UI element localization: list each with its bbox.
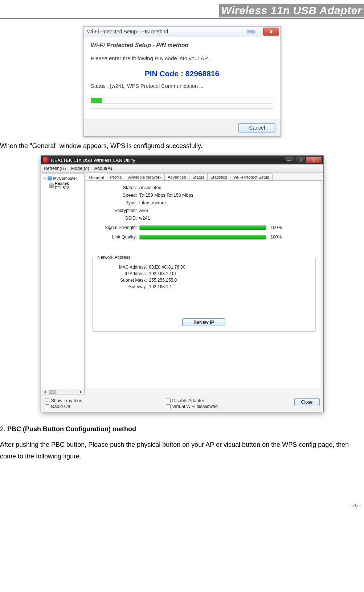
label-encryption: Encryption: [92, 208, 139, 213]
row-ip: IP Address: 192.168.1.101 [98, 271, 310, 276]
device-tree: ⊟ MyComputer Realtek RTL818 ◄ ► [42, 173, 85, 395]
menu-about[interactable]: About(A) [94, 166, 112, 171]
tab-profile[interactable]: Profile [107, 173, 125, 180]
content-pane: General Profile Available Network Advanc… [85, 173, 323, 396]
dialog-title-text: Wi-Fi Protected Setup - PIN method [85, 27, 247, 36]
label-type: Type: [92, 200, 139, 205]
utility-body: ⊟ MyComputer Realtek RTL818 ◄ ► General [41, 173, 323, 396]
label-ip: IP Address: [98, 271, 149, 276]
section-2-heading: 2. PBC (Push Button Configuration) metho… [0, 423, 364, 435]
chk-radio-off[interactable]: Radio Off [45, 404, 166, 409]
body-paragraph-1: When the "General" window appears, WPS i… [0, 140, 364, 152]
menu-refresh[interactable]: Refresh(R) [44, 166, 66, 171]
window-buttons: — ☐ X [284, 157, 322, 163]
utility-window: REALTEK 11n USB Wireless LAN Utility — ☐… [41, 155, 324, 412]
maximize-button[interactable]: ☐ [295, 157, 305, 163]
row-ssid: SSID: w241 [92, 216, 316, 221]
tab-status[interactable]: Status [189, 173, 208, 180]
value-status: Associated [139, 185, 316, 190]
app-icon [43, 157, 49, 163]
checkbox-icon[interactable] [166, 399, 171, 403]
dialog-footer: Cancel [83, 119, 281, 136]
chk-disable-adapter[interactable]: Disable Adapter [166, 398, 287, 403]
dialog-subtitle: Wi-Fi Protected Setup - PIN method [91, 42, 273, 49]
row-mac: MAC Address: 00:E0:4C:81:76:00 [98, 265, 310, 270]
chk-show-tray[interactable]: ✓ Show Tray Icon [45, 398, 166, 403]
label-speed: Speed: [92, 193, 139, 198]
tab-content-general: Status: Associated Speed: Tx:150 Mbps Rx… [86, 180, 322, 388]
scroll-left-icon[interactable]: ◄ [42, 390, 48, 394]
tab-general[interactable]: General [86, 174, 107, 181]
progress-bar-secondary [91, 106, 273, 109]
network-address-title: Network Address: [96, 255, 133, 260]
label-show-tray: Show Tray Icon [51, 398, 82, 403]
cancel-button[interactable]: Cancel [238, 123, 275, 132]
row-encryption: Encryption: AES [92, 208, 316, 213]
menu-bar: Refresh(R) Mode(M) About(A) [41, 164, 323, 173]
label-gateway: Gateway: [98, 284, 149, 289]
tree-child-label: Realtek RTL818 [55, 181, 83, 190]
header-divider [0, 18, 364, 19]
value-ip: 192.168.1.101 [149, 271, 177, 276]
background-blur: PIN [247, 29, 263, 34]
checkbox-checked-icon[interactable]: ✓ [45, 399, 49, 403]
tree-root[interactable]: ⊟ MyComputer [43, 175, 83, 181]
tab-wps[interactable]: Wi-Fi Protect Setup [230, 173, 273, 180]
tab-statistics[interactable]: Statistics [207, 173, 230, 180]
label-subnet: Subnet Mask: [98, 278, 149, 283]
row-type: Type: Infrastructure [92, 200, 316, 205]
tab-available-network[interactable]: Available Network [125, 173, 165, 180]
label-ssid: SSID: [92, 216, 139, 221]
dialog-instruction: Please enter the following PIN code into… [91, 55, 273, 61]
value-subnet: 255.255.255.0 [149, 278, 177, 283]
label-radio-off: Radio Off [51, 404, 70, 409]
adapter-icon [49, 183, 54, 188]
status-text: Status : [w241] WPS Protocol Communicati… [91, 83, 273, 89]
close-icon: X [270, 29, 273, 34]
checkbox-icon[interactable] [166, 404, 171, 409]
value-ssid: w241 [139, 216, 316, 221]
window-close-button[interactable]: X [306, 157, 322, 163]
link-bar-fill [140, 235, 266, 239]
row-status: Status: Associated [92, 185, 316, 190]
scroll-right-icon[interactable]: ► [78, 390, 84, 394]
tab-advanced[interactable]: Advanced [164, 173, 189, 180]
signal-bar-fill [140, 226, 266, 230]
signal-percent: 100% [271, 225, 282, 230]
value-encryption: AES [139, 208, 316, 213]
bottom-left-group: ✓ Show Tray Icon Radio Off [45, 398, 166, 410]
close-button[interactable]: Close [294, 398, 320, 406]
row-speed: Speed: Tx:150 Mbps Rx:150 Mbps [92, 193, 316, 198]
value-mac: 00:E0:4C:81:76:00 [149, 265, 185, 270]
chk-virtual-wifi[interactable]: Virtual WiFi disallowed [166, 404, 287, 409]
scroll-thumb[interactable] [49, 390, 56, 394]
minimize-button[interactable]: — [284, 157, 294, 163]
tab-strip: General Profile Available Network Advanc… [86, 173, 322, 180]
checkbox-icon[interactable] [45, 404, 49, 409]
network-address-group: Network Address: MAC Address: 00:E0:4C:8… [92, 258, 316, 332]
section-2-number: 2. [0, 425, 7, 433]
utility-title-text: REALTEK 11n USB Wireless LAN Utility [51, 158, 284, 163]
menu-mode[interactable]: Mode(M) [71, 166, 89, 171]
value-gateway: 192.168.1.1 [149, 284, 172, 289]
label-signal: Signal Strength: [92, 225, 139, 230]
close-button[interactable]: X [263, 28, 279, 36]
computer-icon [48, 176, 52, 180]
value-type: Infrastructure [139, 200, 316, 205]
row-subnet: Subnet Mask: 255.255.255.0 [98, 278, 310, 283]
tree-scrollbar[interactable]: ◄ ► [42, 389, 84, 395]
value-speed: Tx:150 Mbps Rx:150 Mbps [139, 193, 316, 198]
page-number: - 75 - [0, 502, 364, 509]
tree-child[interactable]: Realtek RTL818 [43, 181, 83, 190]
dialog-titlebar: Wi-Fi Protected Setup - PIN method PIN X [83, 26, 281, 37]
pin-code-label: PIN Code : 82968816 [91, 69, 273, 78]
bottom-right-group: Close [287, 398, 320, 410]
progress-fill [91, 98, 102, 103]
utility-bottom-bar: ✓ Show Tray Icon Radio Off Disable Adapt… [41, 396, 323, 412]
renew-ip-button[interactable]: ReNew IP [182, 318, 225, 326]
wps-pin-dialog: Wi-Fi Protected Setup - PIN method PIN X… [83, 26, 281, 136]
progress-bar [91, 98, 273, 103]
tree-collapse-icon[interactable]: ⊟ [43, 176, 46, 180]
section-2-title: PBC (Push Button Configuration) method [7, 425, 136, 433]
link-bar [139, 235, 266, 240]
